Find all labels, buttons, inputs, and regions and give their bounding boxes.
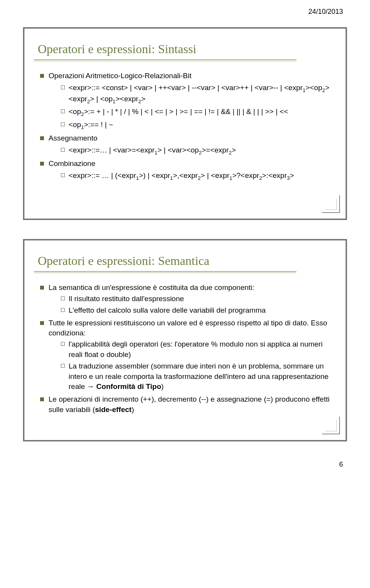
sub-effetto: L'effetto del calcolo sulla valore delle… xyxy=(60,305,332,316)
slide-title: Operatori e espressioni: Sintassi xyxy=(38,42,332,56)
t: <op xyxy=(69,121,81,129)
sub-traduzione: La traduzione assembler (sommare due int… xyxy=(60,361,332,392)
grammar-combine: <expr>::= … | (<expr1>) | <expr1>,<expr2… xyxy=(60,171,332,182)
sub: 2 xyxy=(259,175,262,181)
bold-conformita: Conformità di Tipo xyxy=(94,382,161,390)
corner-decoration xyxy=(322,195,340,213)
title-underline xyxy=(34,59,332,61)
bullet-text: Operazioni Aritmetico-Logico-Relazionali… xyxy=(49,72,192,80)
sub: 1 xyxy=(170,175,173,181)
slide-content: Operazioni Aritmetico-Logico-Relazionali… xyxy=(38,71,332,182)
sub-applicabilita: l'applicabilità degli operatori (es: l'o… xyxy=(60,339,332,360)
t: > xyxy=(141,95,145,103)
t: > | <op xyxy=(90,95,113,103)
t: > | <var><op xyxy=(157,146,198,154)
bullet-text: Assegnamento xyxy=(49,134,98,142)
t: >=<expr xyxy=(202,146,229,154)
t: >:<expr xyxy=(262,171,287,179)
t: <op xyxy=(69,107,81,116)
t: ><expr xyxy=(116,95,138,103)
bullet-side-effect: Le operazioni di incremento (++), decrem… xyxy=(38,394,332,415)
sub: 2 xyxy=(81,111,84,117)
bullet-combinazione: Combinazione <expr>::= … | (<expr1>) | <… xyxy=(38,159,332,182)
bullet-tipo-dato: Tutte le espressioni restituiscono un va… xyxy=(38,318,332,392)
page-number: 6 xyxy=(23,461,347,469)
t: >:== ! | ~ xyxy=(84,121,113,129)
title-underline xyxy=(34,271,332,273)
slide-sintassi: Operatori e espressioni: Sintassi Operaz… xyxy=(23,27,347,220)
t: >?<expr xyxy=(232,171,259,179)
t: <expr>::= <const> | <var> | ++<var> | --… xyxy=(69,84,303,92)
t: ><op xyxy=(306,84,322,92)
bullet-semantica-componenti: La semantica di un'espressione è costitu… xyxy=(38,283,332,316)
t: >:= + | - | * | / | % | < | <= | > | >= … xyxy=(84,107,288,116)
t: ) xyxy=(131,405,134,414)
corner-decoration xyxy=(322,417,340,434)
bold-side-effect: side-effect xyxy=(95,405,131,414)
slide-title: Operatori e espressioni: Semantica xyxy=(38,254,332,268)
sub: 1 xyxy=(303,87,305,93)
page: 24/10/2013 Operatori e espressioni: Sint… xyxy=(0,0,370,484)
t: <expr>::= … | (<expr xyxy=(69,171,136,179)
bullet-assegnamento: Assegnamento <expr>::=… | <var>=<expr1> … xyxy=(38,133,332,156)
t: L'effetto del calcolo sulla valore delle… xyxy=(69,306,266,314)
grammar-op2: <op2>:= + | - | * | / | % | < | <= | > |… xyxy=(60,107,332,118)
grammar-expr: <expr>::= <const> | <var> | ++<var> | --… xyxy=(60,83,332,106)
t: > xyxy=(290,171,294,179)
bullet-text: La semantica di un'espressione è costitu… xyxy=(49,283,254,291)
sub: 3 xyxy=(287,175,289,181)
t: Le operazioni di incremento (++), decrem… xyxy=(49,395,330,414)
t: l'applicabilità degli operatori (es: l'o… xyxy=(69,340,323,358)
t: > | <expr xyxy=(201,171,230,179)
t: > xyxy=(232,146,236,154)
t: ) xyxy=(161,382,163,390)
grammar-op1: <op1>:== ! | ~ xyxy=(60,120,332,131)
grammar-assign: <expr>::=… | <var>=<expr1> | <var><op2>=… xyxy=(60,145,332,156)
t: >) | <expr xyxy=(139,171,170,179)
bullet-text: Tutte le espressioni restituiscono un va… xyxy=(49,319,327,337)
t: >,<expr xyxy=(173,171,198,179)
t: <expr>::=… | <var>=<expr xyxy=(69,146,155,154)
slide-content: La semantica di un'espressione è costitu… xyxy=(38,283,332,415)
sub-risultato: Il risultato restituito dall'espressione xyxy=(60,294,332,304)
sub: 1 xyxy=(229,175,232,181)
arrow-icon: → xyxy=(87,382,94,390)
bullet-text: Combinazione xyxy=(49,159,95,168)
t: Il risultato restituito dall'espressione xyxy=(69,295,184,303)
sub: 1 xyxy=(81,124,84,130)
slide-semantica: Operatori e espressioni: Semantica La se… xyxy=(23,239,347,441)
bullet-operazioni: Operazioni Aritmetico-Logico-Relazionali… xyxy=(38,71,332,131)
date-header: 24/10/2013 xyxy=(23,8,347,16)
sub: 2 xyxy=(198,175,200,181)
sub: 2 xyxy=(229,150,232,156)
sub: 1 xyxy=(113,99,115,104)
